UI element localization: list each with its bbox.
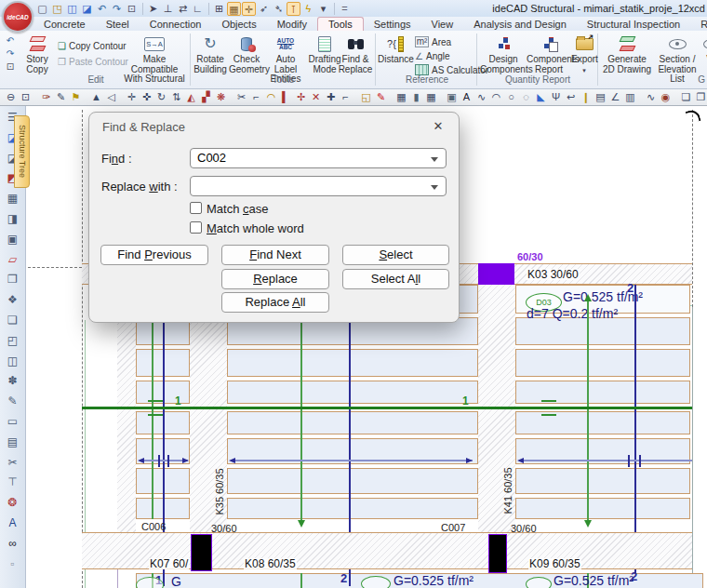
angle-small-icon[interactable]: ∠ [608, 90, 622, 104]
find-icon[interactable]: ∞ [5, 536, 20, 551]
page-grid-icon[interactable]: ❐ [694, 90, 707, 104]
angle-snap-icon[interactable]: ∟ [191, 2, 205, 16]
undo-icon[interactable]: ↶ [95, 2, 109, 16]
menu-tab-connection[interactable]: Connection [140, 18, 212, 31]
angle-button[interactable]: ∠ Angle [415, 49, 450, 62]
fit-view-icon[interactable]: ⊡ [4, 60, 17, 73]
arc-icon[interactable]: ◠ [489, 90, 503, 104]
menu-tab-concrete[interactable]: Concrete [33, 18, 96, 31]
chevron-down-icon[interactable] [431, 157, 438, 162]
capture-icon[interactable]: ⊡ [125, 2, 139, 16]
dropdown-icon[interactable]: ▾ [316, 2, 330, 16]
form-icon[interactable]: ▣ [5, 232, 20, 247]
cascade-icon[interactable]: ◫ [5, 354, 20, 368]
pen-icon[interactable]: ✎ [54, 90, 68, 104]
replace-all-button[interactable]: Replace All [221, 292, 329, 313]
menu-tab-reports[interactable]: Reports [690, 18, 707, 31]
menu-tab-structural-inspection[interactable]: Structural Inspection [577, 18, 690, 31]
paste-contour-button[interactable]: ❐ Paste Contour [58, 55, 128, 68]
copy-icon[interactable]: ❐ [5, 272, 20, 287]
pen-icon[interactable]: ✎ [5, 394, 20, 408]
area-button[interactable]: m² Area [415, 35, 451, 48]
frame-icon[interactable]: ◱ [359, 90, 373, 104]
pen-red2-icon[interactable]: ✎ [374, 90, 388, 104]
menu-tab-view[interactable]: View [421, 18, 464, 31]
zoom-window-icon[interactable]: ⊡ [19, 90, 33, 104]
image-icon[interactable]: ▣ [445, 90, 459, 104]
node-move-icon[interactable]: ✚ [324, 90, 338, 104]
auto-label-button[interactable]: AUTOABC Auto Label Entities [264, 33, 307, 74]
window-icon[interactable]: ◰ [5, 333, 20, 348]
mirror-icon[interactable]: ◭ [184, 90, 198, 104]
rotate-icon[interactable]: ↻ [154, 90, 168, 104]
stretch-icon[interactable]: ✢ [294, 90, 308, 104]
color-wheel-icon[interactable]: ❂ [5, 495, 20, 510]
rotate-building-button[interactable]: ↻ Rotate Building [193, 33, 227, 74]
gear-icon[interactable]: ✽ [5, 373, 20, 388]
panel-icon[interactable]: ◨ [5, 211, 20, 226]
move-copy-icon[interactable]: ✜ [140, 90, 153, 104]
select-arrow-icon[interactable]: ➤ [146, 2, 160, 16]
slope-icon[interactable]: ◣ [534, 90, 548, 104]
frame-select-icon[interactable]: ❖ [5, 292, 20, 307]
mini-icon[interactable]: ▫ [5, 556, 20, 571]
export-button[interactable]: ➔ Export ▾ [571, 33, 597, 74]
delete-icon[interactable]: ✕ [309, 90, 323, 104]
grid-pen-icon[interactable]: ⊞ [212, 2, 226, 16]
undo-small-icon[interactable]: ↩ [564, 90, 578, 104]
mirror-v-icon[interactable]: ⇅ [169, 90, 183, 104]
page-icon[interactable]: ❏ [679, 90, 693, 104]
ellipse-icon[interactable]: ◌ [519, 90, 533, 104]
find-previous-button[interactable]: Find Previous [100, 245, 208, 265]
replace-input[interactable] [190, 176, 447, 196]
scissors-icon[interactable]: ✂ [5, 455, 20, 470]
auto-label-icon[interactable]: A [5, 515, 20, 530]
hatch-icon[interactable]: ▞ [199, 90, 213, 104]
array-icon[interactable]: ❋ [214, 90, 228, 104]
open-icon[interactable]: ◳ [50, 2, 64, 16]
menu-tab-objects[interactable]: Objects [211, 18, 266, 31]
components-report-button[interactable]: Components Report [527, 33, 571, 74]
pen-red-icon[interactable]: ✑ [39, 90, 53, 104]
redo-icon[interactable]: ↷ [110, 2, 124, 16]
cut-ribbon-item[interactable]: Ve [702, 33, 707, 74]
match-case-checkbox[interactable] [190, 202, 202, 214]
calc-small-icon[interactable]: ▥ [623, 90, 637, 104]
redo-icon[interactable]: ↷ [4, 47, 17, 60]
area-small-icon[interactable]: ▤ [594, 90, 607, 104]
circle-icon[interactable]: ○ [504, 90, 518, 104]
arrow-ne-icon[interactable]: ➶ [257, 2, 271, 16]
find-replace-button[interactable]: Find & Replace [337, 33, 374, 74]
grid-icon[interactable]: ▦ [424, 90, 438, 104]
save-icon[interactable]: ◫ [65, 2, 79, 16]
find-input[interactable]: C002 [190, 148, 447, 168]
close-icon[interactable]: ✕ [428, 118, 448, 135]
quick-mode-icon[interactable]: ϟ [301, 2, 315, 16]
perpendicular-snap-icon[interactable]: ⊥ [161, 2, 175, 16]
select-all-button[interactable]: Select All [342, 269, 449, 289]
distance-button[interactable]: ?{ Distance [378, 33, 413, 74]
calculator-icon[interactable]: ▮ [409, 90, 423, 104]
trim-icon[interactable]: ✂ [234, 90, 248, 104]
chevron-down-icon[interactable] [431, 185, 438, 190]
menu-tab-steel[interactable]: Steel [96, 18, 140, 31]
polygon-icon[interactable]: ◁ [104, 90, 118, 104]
sheet-icon[interactable]: ▤ [5, 434, 20, 449]
people-icon[interactable]: ◉ [659, 90, 673, 104]
cloud-icon[interactable]: ◠ [264, 90, 278, 104]
menu-tab-settings[interactable]: Settings [364, 18, 421, 31]
text-icon[interactable]: A [460, 90, 474, 104]
extend-icon[interactable]: ⌐ [249, 90, 263, 104]
rectangle-icon[interactable]: ▭ [5, 414, 20, 429]
customize-icon[interactable]: = [338, 2, 352, 16]
nodes-icon[interactable]: Ψ [549, 90, 563, 104]
menu-tab-modify[interactable]: Modify [267, 18, 317, 31]
spline-icon[interactable]: ∿ [474, 90, 488, 104]
check-geometry-button[interactable]: Check Geometry [229, 33, 264, 74]
building-icon[interactable]: ▦ [394, 90, 408, 104]
design-components-button[interactable]: Design Components [480, 33, 527, 74]
crosshair-snap-icon[interactable]: ✛ [242, 2, 256, 16]
section-elevation-button[interactable]: Section / Elevation List [653, 33, 701, 74]
menu-tab-analysis-and-design[interactable]: Analysis and Design [463, 18, 577, 31]
pin-icon[interactable]: ⚑ [69, 90, 83, 104]
